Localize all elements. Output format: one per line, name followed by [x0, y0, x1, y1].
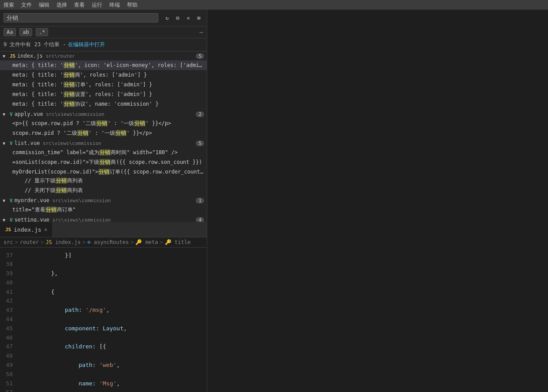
menu-terminal[interactable]: 终端 [109, 1, 120, 9]
file-result-count: 1 [196, 198, 204, 203]
results-list[interactable]: ▼ JS index.js src\router 5 ✕ meta: { tit… [0, 52, 207, 222]
file-group-index-js: ▼ JS index.js src\router 5 ✕ meta: { tit… [0, 52, 207, 109]
clear-search-icon[interactable]: ✕ [184, 14, 193, 22]
tab-label: index.js [14, 226, 41, 233]
result-item[interactable]: // 显示下级分销商列表 [12, 176, 203, 185]
breadcrumb: src > router > JS index.js > ⊙ asyncRout… [0, 237, 207, 248]
file-name: index.js [17, 53, 43, 59]
code-line-43: path: 'web', [23, 361, 207, 370]
code-content: }] }, { path: '/msg', component: Layout,… [20, 248, 207, 392]
result-item[interactable]: meta: { title: '分销协议', name: 'commission… [0, 99, 207, 109]
result-item[interactable]: scope.row.pid ? '二级分销' : '一级分销' }}</p> [0, 128, 207, 138]
open-in-editor-link[interactable]: 在编辑器中打开 [68, 41, 105, 48]
file-name: apply.vue [15, 111, 43, 117]
line-numbers: 37 38 39 40 41 42 43 44 45 46 47 48 49 5… [0, 248, 20, 392]
sidebar: ↻ ⊟ ✕ ⊞ Aa ab .* ⋯ 9 文件中有 23 个结果 - 在编辑器中… [0, 10, 207, 392]
tab-index-js[interactable]: JS index.js ✕ [0, 222, 53, 237]
match-word-option[interactable]: ab [19, 28, 32, 36]
file-header-setting-vue[interactable]: ▼ V setting.vue src\views\commission 4 ✕ [0, 215, 207, 222]
code-line-39: { [23, 288, 207, 297]
menu-run[interactable]: 运行 [92, 1, 102, 9]
search-options-bar: Aa ab .* ⋯ [0, 26, 207, 38]
menu-view[interactable]: 查看 [74, 1, 85, 9]
code-line-42: children: [{ [23, 342, 207, 351]
file-group-myorder-vue: ▼ V myorder.vue src\views\commission 1 ✕… [0, 196, 207, 214]
file-header-apply-vue[interactable]: ▼ V apply.vue src\views\commission 2 ✕ [0, 110, 207, 118]
main-layout: ↻ ⊟ ✕ ⊞ Aa ab .* ⋯ 9 文件中有 23 个结果 - 在编辑器中… [0, 10, 548, 392]
chevron-icon: ▼ [3, 141, 8, 146]
bc-async[interactable]: ⊙ asyncRoutes [87, 239, 129, 245]
bc-meta[interactable]: 🔑 meta [135, 239, 158, 245]
code-line-37: }] [23, 251, 207, 260]
breadcrumb-sep: > [160, 239, 163, 245]
result-item[interactable]: commission_time" label="成为分销商时间" width="… [0, 148, 207, 157]
result-item[interactable]: // 关闭下级分销商列表 [12, 185, 203, 195]
file-path: src\router [43, 53, 75, 59]
breadcrumb-sep: > [82, 239, 86, 245]
file-name: list.vue [15, 140, 40, 146]
result-item[interactable]: title="查看分销商订单" [0, 205, 207, 214]
file-group-list-vue: ▼ V list.vue src\views\commission 5 ✕ co… [0, 139, 207, 222]
tab-close-icon[interactable]: ✕ [44, 226, 47, 233]
file-path: src\views\commission [43, 111, 104, 117]
file-group-setting-vue: ▼ V setting.vue src\views\commission 4 ✕… [0, 215, 207, 222]
menu-bar: 搜索 文件 编辑 选择 查看 运行 终端 帮助 [0, 0, 548, 10]
result-item[interactable]: meta: { title: '分销商', roles: ['admin'] } [0, 70, 207, 80]
file-path: src\views\commission [49, 198, 111, 203]
bc-src[interactable]: src [4, 239, 13, 245]
file-name: myorder.vue [15, 197, 49, 203]
result-item[interactable]: meta: { title: '分销', icon: 'el-icon-mone… [0, 60, 207, 70]
menu-file[interactable]: 文件 [21, 1, 32, 9]
file-type-label: V [10, 141, 13, 146]
file-path: src\views\commission [49, 217, 111, 222]
file-result-count: 5 [196, 141, 204, 146]
menu-search[interactable]: 搜索 [4, 1, 14, 9]
more-options[interactable]: ⋯ [200, 29, 203, 36]
menu-help[interactable]: 帮助 [127, 1, 138, 9]
search-input[interactable] [7, 15, 155, 21]
editor-panel: JS index.js ✕ src > router > JS index.js… [0, 222, 207, 392]
result-item[interactable]: meta: { title: '分销订单', roles: ['admin'] … [0, 80, 207, 89]
code-line-40: path: '/msg', [23, 306, 207, 315]
regex-option[interactable]: .* [36, 28, 48, 36]
file-group-apply-vue: ▼ V apply.vue src\views\commission 2 ✕ <… [0, 110, 207, 138]
file-path: src\views\commission [40, 141, 101, 146]
match-case-option[interactable]: Aa [4, 28, 16, 36]
file-header-myorder-vue[interactable]: ▼ V myorder.vue src\views\commission 1 ✕ [0, 196, 207, 205]
result-item[interactable]: =sonList(scope.row.id)">下级分销商({{ scope.r… [0, 157, 207, 167]
result-item[interactable]: <p>{{ scope.row.pid ? '二级分销' : '一级分销' }}… [0, 118, 207, 128]
search-input-wrap[interactable] [4, 13, 158, 22]
file-name: setting.vue [15, 217, 49, 222]
result-item[interactable]: meta: { title: '分销设置', roles: ['admin'] … [0, 89, 207, 99]
bc-router[interactable]: router [20, 239, 39, 245]
results-header: 9 文件中有 23 个结果 - 在编辑器中打开 [0, 38, 207, 52]
bc-file[interactable]: JS index.js [46, 239, 81, 245]
menu-edit[interactable]: 编辑 [39, 1, 49, 9]
file-result-count: 5 [196, 53, 204, 59]
breadcrumb-sep: > [41, 239, 44, 245]
menu-select[interactable]: 选择 [56, 1, 67, 9]
chevron-icon: ▼ [3, 54, 8, 59]
file-result-count: 2 [196, 111, 204, 117]
chevron-icon: ▼ [3, 218, 8, 222]
chevron-icon: ▼ [3, 112, 8, 117]
new-search-icon[interactable]: ⊞ [194, 14, 203, 22]
file-result-count: 4 [196, 217, 204, 222]
file-type-label: V [10, 217, 13, 222]
collapse-all-icon[interactable]: ⊟ [173, 14, 182, 22]
result-item[interactable]: myOrderList(scope.row.id)">分销订单({{ scope… [0, 167, 207, 196]
file-type-label: V [10, 198, 13, 203]
file-type-label: JS [10, 53, 15, 59]
code-line-44: name: 'Msg', [23, 379, 207, 388]
file-header-index-js[interactable]: ▼ JS index.js src\router 5 ✕ [0, 52, 207, 60]
breadcrumb-sep: > [15, 239, 18, 245]
refresh-icon[interactable]: ↻ [163, 14, 171, 22]
file-header-list-vue[interactable]: ▼ V list.vue src\views\commission 5 ✕ [0, 139, 207, 148]
tab-bar: JS index.js ✕ [0, 222, 207, 237]
code-view[interactable]: 37 38 39 40 41 42 43 44 45 46 47 48 49 5… [0, 248, 207, 392]
file-type-label: V [10, 111, 13, 117]
bc-title[interactable]: 🔑 title [165, 239, 190, 245]
search-bar: ↻ ⊟ ✕ ⊞ [0, 10, 207, 26]
code-line-38: }, [23, 269, 207, 278]
results-count: 9 文件中有 23 个结果 - [4, 41, 66, 48]
